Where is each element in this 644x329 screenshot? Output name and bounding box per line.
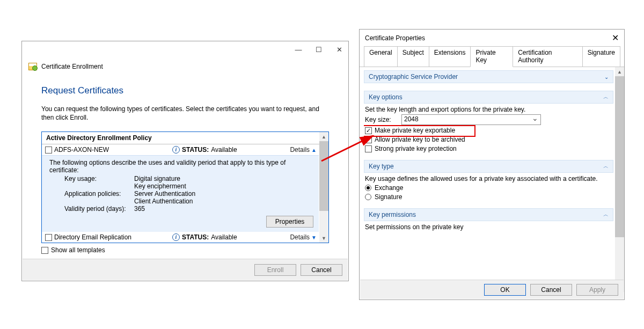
tab-extensions[interactable]: Extensions bbox=[429, 46, 471, 67]
section-title: Key options bbox=[369, 93, 402, 101]
cert-properties-dialog: Certificate Properties ✕ General Subject… bbox=[359, 29, 625, 300]
cert-enrollment-icon bbox=[28, 63, 37, 70]
maximize-icon[interactable]: ☐ bbox=[314, 46, 324, 54]
template-name: Directory Email Replication bbox=[54, 233, 172, 241]
template-name: ADFS-AXON-NEW bbox=[54, 146, 172, 153]
cert-enrollment-dialog: — ☐ ✕ Certificate Enrollment Request Cer… bbox=[21, 41, 349, 281]
tab-panel-private-key: Cryptographic Service Provider ⌄ Key opt… bbox=[360, 67, 624, 292]
cancel-button[interactable]: Cancel bbox=[301, 264, 342, 276]
radio[interactable] bbox=[365, 185, 371, 191]
scroll-down-icon[interactable]: ▼ bbox=[319, 233, 328, 243]
section-title: Cryptographic Service Provider bbox=[369, 73, 458, 81]
make-exportable-checkbox[interactable]: Make private key exportable bbox=[365, 127, 612, 134]
tab-certification-authority[interactable]: Certification Authority bbox=[513, 46, 582, 67]
scrollbar[interactable]: ▲ ▼ bbox=[615, 67, 624, 292]
dialog-footer: OK Cancel Apply bbox=[360, 280, 624, 299]
key-permissions-desc: Set permissions on the private key bbox=[365, 223, 612, 231]
key-usage-value-2: Key encipherment bbox=[134, 182, 200, 190]
close-icon[interactable]: ✕ bbox=[612, 33, 619, 43]
show-all-templates[interactable]: Show all templates bbox=[41, 246, 329, 254]
keytype-exchange-radio[interactable]: Exchange bbox=[365, 184, 612, 192]
scroll-up-icon[interactable]: ▲ bbox=[615, 67, 624, 76]
keytype-signature-radio[interactable]: Signature bbox=[365, 193, 612, 201]
group-header: Active Directory Enrollment Policy bbox=[42, 132, 328, 144]
checkbox[interactable] bbox=[365, 127, 372, 134]
enroll-button[interactable]: Enroll bbox=[254, 264, 296, 276]
key-options-desc: Set the key length and export options fo… bbox=[365, 106, 612, 113]
checkbox[interactable] bbox=[45, 147, 52, 153]
template-details-panel: The following options describe the uses … bbox=[42, 155, 319, 232]
validity-label: Validity period (days): bbox=[64, 205, 134, 213]
app-policies-label: Application policies: bbox=[64, 190, 134, 198]
section-key-type: Key type ︿ Key usage defines the allowed… bbox=[364, 160, 613, 201]
section-key-permissions: Key permissions ︿ Set permissions on the… bbox=[364, 208, 613, 231]
app-policies-value-2: Client Authentication bbox=[134, 198, 200, 205]
make-exportable-label: Make private key exportable bbox=[375, 127, 455, 134]
key-size-value: 2048 bbox=[404, 115, 419, 123]
keytype-signature-label: Signature bbox=[375, 193, 402, 201]
status-label: STATUS: bbox=[182, 233, 209, 241]
scrollbar[interactable]: ▲ ▼ bbox=[319, 132, 328, 243]
strong-protection-label: Strong private key protection bbox=[375, 145, 457, 152]
chevron-up-icon: ︿ bbox=[603, 93, 609, 101]
checkbox[interactable] bbox=[45, 234, 52, 241]
properties-button[interactable]: Properties bbox=[266, 216, 313, 228]
show-all-label: Show all templates bbox=[51, 246, 105, 254]
page-description: You can request the following types of c… bbox=[41, 105, 329, 122]
info-icon: i bbox=[172, 233, 180, 241]
minimize-icon[interactable]: — bbox=[294, 46, 303, 54]
tab-general[interactable]: General bbox=[364, 46, 398, 67]
checkbox[interactable] bbox=[365, 136, 372, 143]
status-value: Available bbox=[211, 146, 237, 153]
section-title: Key permissions bbox=[369, 211, 416, 218]
status-label: STATUS: bbox=[182, 146, 209, 153]
tab-private-key[interactable]: Private Key bbox=[470, 46, 513, 67]
cert-template-list: Active Directory Enrollment Policy ADFS-… bbox=[41, 131, 329, 243]
chevron-up-icon: ︿ bbox=[603, 211, 609, 218]
ok-button[interactable]: OK bbox=[484, 284, 526, 296]
chevron-down-icon: ⌄ bbox=[604, 74, 609, 80]
dialog-footer: Enroll Cancel bbox=[23, 259, 348, 280]
section-title: Key type bbox=[369, 163, 394, 170]
chevron-up-icon: ︿ bbox=[603, 163, 609, 170]
info-icon: i bbox=[172, 146, 180, 153]
key-usage-label: Key usage: bbox=[64, 175, 134, 182]
app-policies-value-1: Server Authentication bbox=[134, 190, 200, 198]
dialog-title: Certificate Properties bbox=[365, 34, 425, 42]
section-header-key-permissions[interactable]: Key permissions ︿ bbox=[364, 208, 613, 221]
close-icon[interactable]: ✕ bbox=[334, 46, 344, 54]
section-header-key-options[interactable]: Key options ︿ bbox=[364, 91, 613, 104]
dialog-header: Certificate Enrollment bbox=[41, 63, 103, 70]
checkbox[interactable] bbox=[41, 247, 48, 254]
checkbox[interactable] bbox=[365, 145, 372, 152]
status-value: Available bbox=[211, 233, 237, 241]
tab-signature[interactable]: Signature bbox=[582, 46, 620, 67]
key-type-desc: Key usage defines the allowed uses for a… bbox=[365, 175, 612, 182]
key-size-select[interactable]: 2048 bbox=[401, 114, 541, 125]
window-controls: — ☐ ✕ bbox=[294, 46, 344, 54]
keytype-exchange-label: Exchange bbox=[375, 184, 403, 192]
allow-archived-checkbox[interactable]: Allow private key to be archived bbox=[365, 136, 612, 143]
cancel-button[interactable]: Cancel bbox=[530, 284, 572, 296]
list-item[interactable]: Directory Email Replication i STATUS: Av… bbox=[42, 232, 328, 243]
details-toggle[interactable]: Details▼ bbox=[290, 233, 317, 241]
section-header-key-type[interactable]: Key type ︿ bbox=[364, 160, 613, 173]
details-toggle[interactable]: Details▲ bbox=[290, 146, 317, 153]
scroll-up-icon[interactable]: ▲ bbox=[319, 132, 328, 141]
section-key-options: Key options ︿ Set the key length and exp… bbox=[364, 91, 613, 152]
strong-protection-checkbox[interactable]: Strong private key protection bbox=[365, 145, 612, 152]
section-header-csp[interactable]: Cryptographic Service Provider ⌄ bbox=[364, 70, 613, 83]
radio[interactable] bbox=[365, 194, 371, 200]
scroll-thumb[interactable] bbox=[319, 141, 328, 211]
page-title: Request Certificates bbox=[41, 85, 329, 96]
list-item[interactable]: ADFS-AXON-NEW i STATUS: Available Detail… bbox=[42, 144, 328, 155]
section-csp: Cryptographic Service Provider ⌄ bbox=[364, 70, 613, 83]
tab-subject[interactable]: Subject bbox=[397, 46, 429, 67]
validity-value: 365 bbox=[134, 205, 200, 213]
tab-bar: General Subject Extensions Private Key C… bbox=[360, 46, 624, 67]
details-intro: The following options describe the uses … bbox=[49, 159, 317, 174]
apply-button[interactable]: Apply bbox=[576, 284, 618, 296]
scroll-thumb[interactable] bbox=[615, 76, 624, 237]
allow-archived-label: Allow private key to be archived bbox=[375, 136, 465, 143]
key-usage-value-1: Digital signature bbox=[134, 175, 200, 182]
